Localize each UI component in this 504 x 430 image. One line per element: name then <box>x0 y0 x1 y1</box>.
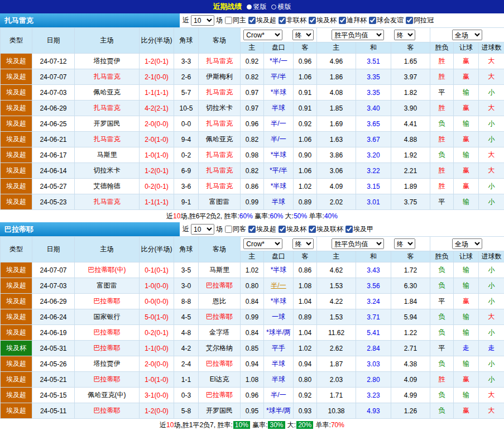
score: 3-1(0-0) <box>140 388 174 403</box>
league-filter-3-checkbox[interactable] <box>345 226 353 233</box>
league-filter-2-checkbox[interactable] <box>309 17 316 24</box>
europe-odds-header: 胜平负均值 终 <box>317 28 430 42</box>
euro-home-odds: 1.87 <box>317 356 356 372</box>
result-goals: 大 <box>479 309 504 325</box>
league-filter-5-checkbox[interactable] <box>406 17 413 24</box>
same-side-filter-label: 同主 <box>233 16 246 25</box>
scope-select[interactable]: 全场 <box>452 30 482 40</box>
away-team: 恩比 <box>199 294 241 309</box>
match-date: 24-05-23 <box>32 194 75 210</box>
europe-stage-select[interactable]: 终 <box>394 238 415 249</box>
col-corner: 角球 <box>174 28 199 54</box>
league-filter-0-checkbox[interactable] <box>248 226 256 233</box>
away-team: 扎马雷克 <box>199 163 241 179</box>
euro-draw-odds: 3.22 <box>356 163 391 179</box>
score: 1-0(1-0) <box>140 147 174 163</box>
result-scope-header: 全场 <box>430 237 504 251</box>
result-outcome: 负 <box>430 325 454 341</box>
odds-stage-select[interactable]: 终 <box>292 238 314 249</box>
euro-home-odds: 3.86 <box>317 147 356 163</box>
home-team: 扎马雷克 <box>75 132 140 147</box>
euro-away-odds: 1.26 <box>391 403 430 419</box>
euro-draw-odds: 3.40 <box>356 101 391 116</box>
result-handicap: 赢 <box>454 101 479 116</box>
match-row: 埃及超24-05-15佩哈亚克(中)3-1(0-0)0-3巴拉蒂耶0.96半/一… <box>1 388 504 403</box>
result-goals: 小 <box>479 179 504 194</box>
result-outcome: 胜 <box>430 372 454 388</box>
league-filter-0-checkbox[interactable] <box>248 17 256 24</box>
league-filter-2-label: 埃及联杯 <box>316 224 343 234</box>
result-handicap: 赢 <box>454 54 479 69</box>
same-side-filter-checkbox[interactable] <box>225 226 232 233</box>
asian-away-odds: 0.91 <box>294 101 317 116</box>
summary-segment: 大: <box>284 212 294 221</box>
summary-segment: 场,胜1平2负7, 胜率: <box>174 421 232 430</box>
handicap: 平手 <box>264 341 294 356</box>
summary-segment: 60% <box>239 212 253 220</box>
same-side-filter[interactable]: 同客 <box>224 224 246 234</box>
match-date: 24-05-11 <box>32 403 75 419</box>
league-filter-4-checkbox[interactable] <box>369 17 376 24</box>
summary-line: 近10场,胜1平2负7, 胜率:10% 赢率:30% 大:20% 单率:70% <box>0 419 504 430</box>
odds-stage-select[interactable]: 终 <box>292 30 314 40</box>
col-result-goals: 进球数 <box>479 42 504 54</box>
euro-away-odds: 3.75 <box>391 194 430 210</box>
league-filter-1[interactable]: 埃及杯 <box>277 224 306 234</box>
radio-vertical[interactable]: 竖版 <box>247 2 267 12</box>
euro-home-odds: 4.09 <box>317 179 356 194</box>
league-filter-1-checkbox[interactable] <box>279 17 286 24</box>
europe-stage-select[interactable]: 终 <box>394 30 415 40</box>
corners: 4-5 <box>174 309 199 325</box>
league-filter-2-checkbox[interactable] <box>309 226 316 233</box>
asian-away-odds: 0.80 <box>294 372 317 388</box>
summary-segment: 20% <box>296 421 313 429</box>
league-badge: 埃及超 <box>1 179 32 194</box>
league-filter-3-checkbox[interactable] <box>339 17 346 24</box>
league-filter-1[interactable]: 非联杯 <box>277 16 306 25</box>
league-filter-0[interactable]: 埃及超 <box>247 224 276 234</box>
asian-away-odds: 0.89 <box>294 194 317 210</box>
euro-home-odds: 1.53 <box>317 278 356 294</box>
recent-count-select[interactable]: 10 <box>191 15 214 26</box>
league-filter-2[interactable]: 埃及联杯 <box>308 224 343 234</box>
corners: 3-0 <box>174 278 199 294</box>
team-section: 扎马雷克 近10场同主埃及超非联杯埃及杯迪拜杯球会友谊阿拉冠 类型 日期 主场 … <box>0 13 504 222</box>
col-result-outcome: 胜负 <box>430 251 454 262</box>
corners: 8-8 <box>174 294 199 309</box>
result-outcome: 胜 <box>430 54 454 69</box>
euro-draw-odds: 3.23 <box>356 388 391 403</box>
recent-count-select[interactable]: 10 <box>191 224 214 235</box>
result-handicap: 输 <box>454 278 479 294</box>
league-filter-3[interactable]: 迪拜杯 <box>338 16 367 25</box>
europe-odds-select[interactable]: 胜平负均值 <box>332 30 384 40</box>
asian-home-odds: 0.98 <box>241 147 264 163</box>
radio-horizontal[interactable]: 横版 <box>271 2 291 12</box>
asian-home-odds: 0.84 <box>241 325 264 341</box>
handicap: 半/一 <box>264 278 294 294</box>
league-filter-5[interactable]: 阿拉冠 <box>405 16 434 25</box>
summary-segment: 大: <box>286 421 296 430</box>
league-filter-0[interactable]: 埃及超 <box>247 16 276 25</box>
league-filter-1-checkbox[interactable] <box>279 226 286 233</box>
odds-company-select[interactable]: Crow* <box>243 238 282 249</box>
home-team: 巴拉蒂耶 <box>75 294 140 309</box>
euro-home-odds: 1.86 <box>317 69 356 85</box>
result-goals: 小 <box>479 85 504 101</box>
euro-draw-odds: 2.80 <box>356 372 391 388</box>
scope-select[interactable]: 全场 <box>452 238 482 249</box>
away-team: 扎马雷克 <box>199 179 241 194</box>
euro-draw-odds: 3.01 <box>356 194 391 210</box>
same-side-filter[interactable]: 同主 <box>224 16 246 25</box>
same-side-filter-checkbox[interactable] <box>225 17 232 24</box>
league-filter-4-label: 球会友谊 <box>377 16 404 25</box>
league-filter-3[interactable]: 埃及甲 <box>344 224 373 234</box>
odds-company-select[interactable]: Crow* <box>243 30 282 40</box>
away-team: 巴拉蒂耶 <box>199 388 241 403</box>
league-filter-4[interactable]: 球会友谊 <box>368 16 404 25</box>
league-filter-2[interactable]: 埃及杯 <box>308 16 337 25</box>
league-badge: 埃及超 <box>1 147 32 163</box>
score: 2-0(0-0) <box>140 356 174 372</box>
euro-home-odds: 1.71 <box>317 388 356 403</box>
europe-odds-select[interactable]: 胜平负均值 <box>332 238 384 249</box>
handicap: 半/一 <box>264 388 294 403</box>
